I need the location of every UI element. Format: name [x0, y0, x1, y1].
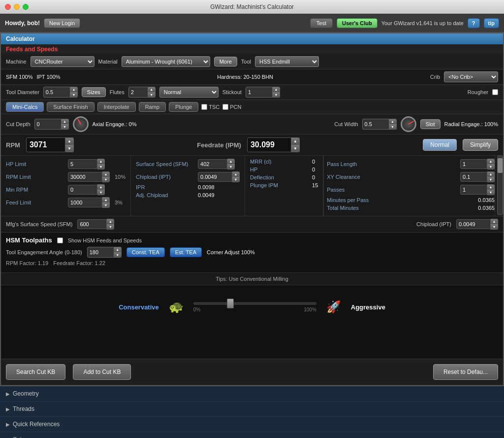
xy-clearance-down[interactable]: ▼ — [487, 177, 494, 182]
stickout-down[interactable]: ▼ — [273, 92, 280, 97]
passes-up[interactable]: ▲ — [487, 185, 494, 190]
flutes-down[interactable]: ▼ — [148, 92, 155, 97]
tool-diameter-input[interactable] — [43, 87, 70, 98]
flutes-input[interactable] — [128, 87, 148, 98]
mfg-chipload-up[interactable]: ▲ — [491, 219, 498, 224]
min-rpm-up[interactable]: ▲ — [97, 185, 104, 190]
stickout-input[interactable] — [246, 87, 273, 98]
more-button[interactable]: More — [214, 57, 237, 67]
mfg-surface-speed-input[interactable] — [77, 219, 107, 229]
tool-diameter-down[interactable]: ▼ — [70, 92, 77, 97]
add-to-cut-kb-button[interactable]: Add to Cut KB — [73, 364, 131, 380]
sidebar-item-threads[interactable]: ▶ Threads — [0, 402, 504, 417]
normal-mode-button[interactable]: Normal — [423, 139, 457, 151]
rougher-checkbox[interactable] — [492, 89, 498, 95]
surface-speed-up[interactable]: ▲ — [227, 159, 234, 164]
right-scrollbar[interactable] — [497, 156, 503, 215]
cut-width-down[interactable]: ▼ — [389, 124, 396, 129]
new-login-button[interactable]: New Login — [44, 18, 80, 28]
feedrate-input[interactable] — [247, 137, 291, 152]
test-button[interactable]: Test — [310, 18, 333, 28]
ramp-button[interactable]: Ramp — [139, 102, 166, 112]
mfg-surface-speed-up[interactable]: ▲ — [107, 219, 114, 224]
slider-thumb[interactable] — [227, 299, 234, 308]
sidebar-item-geometry[interactable]: ▶ Geometry — [0, 386, 504, 402]
surface-speed-input[interactable] — [198, 159, 227, 169]
surface-finish-button[interactable]: Surface Finish — [47, 102, 94, 112]
sidebar-item-setup[interactable]: ▶ Setup — [0, 432, 504, 438]
scrollbar-thumb[interactable] — [498, 158, 503, 173]
cut-width-up[interactable]: ▲ — [389, 119, 396, 124]
search-cut-kb-button[interactable]: Search Cut KB — [6, 364, 65, 380]
tsc-checkbox[interactable] — [201, 104, 207, 110]
rpm-up[interactable]: ▲ — [65, 138, 73, 145]
feedrate-up[interactable]: ▲ — [291, 138, 299, 145]
rpm-input[interactable] — [26, 137, 65, 152]
est-tea-button[interactable]: Est. TEA — [170, 247, 202, 257]
cut-depth-input[interactable] — [34, 119, 62, 130]
mfg-chipload-down[interactable]: ▼ — [491, 224, 498, 229]
plunge-button[interactable]: Plunge — [169, 102, 198, 112]
aggressive-label: Aggressive — [351, 303, 385, 311]
reset-button[interactable]: Reset to Defau... — [433, 364, 498, 380]
minimize-btn[interactable] — [14, 4, 20, 10]
cut-width-input[interactable] — [362, 119, 389, 130]
crib-dropdown[interactable]: <No Crib> — [444, 71, 498, 82]
rpm-down[interactable]: ▼ — [65, 145, 73, 152]
interpolate-button[interactable]: Interpolate — [97, 102, 136, 112]
normal-dropdown[interactable]: Normal — [159, 87, 219, 98]
rpm-limit-up[interactable]: ▲ — [102, 172, 109, 177]
pass-length-up[interactable]: ▲ — [487, 159, 494, 164]
chipload-up[interactable]: ▲ — [232, 172, 239, 177]
sizes-button[interactable]: Sizes — [82, 87, 106, 97]
hp-limit-row: HP Limit ▲ ▼ — [6, 159, 126, 169]
hp-limit-up[interactable]: ▲ — [97, 159, 104, 164]
simplify-mode-button[interactable]: Simplify — [463, 139, 498, 151]
passes-input[interactable] — [460, 185, 487, 195]
mfg-surface-speed-down[interactable]: ▼ — [107, 224, 114, 229]
pass-length-input[interactable] — [460, 159, 487, 169]
passes-down[interactable]: ▼ — [487, 190, 494, 195]
feedrate-down[interactable]: ▼ — [291, 145, 299, 152]
sidebar-item-quick-references[interactable]: ▶ Quick References — [0, 417, 504, 432]
material-dropdown[interactable]: Aluminum - Wrought (6061) — [122, 56, 210, 67]
chipload-input[interactable] — [198, 172, 232, 182]
hsm-checkbox[interactable] — [57, 237, 63, 243]
cut-depth-down[interactable]: ▼ — [62, 124, 68, 129]
chipload-down[interactable]: ▼ — [232, 177, 239, 182]
tip-button[interactable]: tip — [484, 18, 499, 28]
xy-clearance-input[interactable] — [460, 172, 487, 182]
users-club-button[interactable]: User's Club — [337, 18, 378, 28]
xy-clearance-up[interactable]: ▲ — [487, 172, 494, 177]
tea-input[interactable] — [87, 247, 114, 258]
flutes-up[interactable]: ▲ — [148, 87, 155, 92]
feed-limit-up[interactable]: ▲ — [102, 198, 109, 202]
mfg-chipload-input[interactable] — [456, 219, 491, 229]
pass-length-down[interactable]: ▼ — [487, 164, 494, 169]
rpm-limit-down[interactable]: ▼ — [102, 177, 109, 182]
feed-limit-down[interactable]: ▼ — [102, 202, 109, 207]
min-rpm-down[interactable]: ▼ — [97, 190, 104, 195]
tea-down[interactable]: ▼ — [114, 252, 121, 257]
maximize-btn[interactable] — [23, 4, 29, 10]
tea-up[interactable]: ▲ — [114, 247, 121, 252]
hp-limit-down[interactable]: ▼ — [97, 164, 104, 169]
min-rpm-input[interactable] — [68, 185, 97, 195]
feedrate-factor-text: Feedrate Factor: 1.22 — [53, 260, 105, 266]
stickout-up[interactable]: ▲ — [273, 87, 280, 92]
rpm-limit-input[interactable] — [68, 172, 102, 182]
total-minutes-label: Total Minutes — [327, 205, 476, 211]
mini-calcs-button[interactable]: Mini-Calcs — [6, 102, 44, 112]
cut-depth-up[interactable]: ▲ — [62, 119, 68, 124]
close-btn[interactable] — [5, 4, 11, 10]
slot-button[interactable]: Slot — [420, 119, 441, 129]
tool-diameter-up[interactable]: ▲ — [70, 87, 77, 92]
machine-dropdown[interactable]: CNCRouter — [31, 56, 94, 67]
surface-speed-down[interactable]: ▼ — [227, 164, 234, 169]
hp-limit-input[interactable] — [68, 159, 97, 169]
tool-dropdown[interactable]: HSS Endmill — [255, 56, 319, 67]
feed-limit-input[interactable] — [68, 198, 102, 207]
help-button[interactable]: ? — [468, 18, 480, 28]
const-tea-button[interactable]: Const. TEA — [126, 247, 165, 257]
pcn-checkbox[interactable] — [222, 104, 228, 110]
